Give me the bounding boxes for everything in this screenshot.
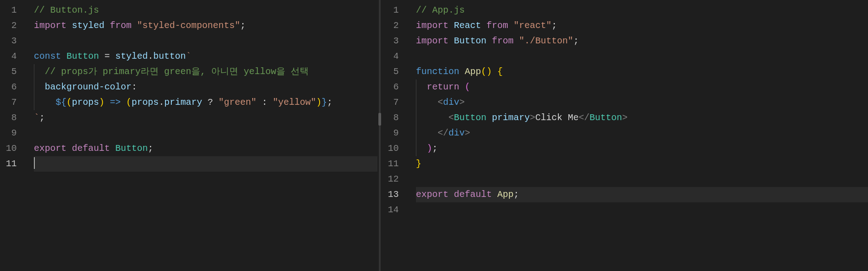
- tok: "styled-components": [137, 20, 240, 31]
- line-number: 6: [0, 79, 25, 95]
- tok: React: [454, 20, 481, 31]
- tok: =: [99, 51, 115, 61]
- line-number: 7: [382, 95, 407, 110]
- line-number: 9: [382, 126, 407, 141]
- code-line[interactable]: // Button.js: [34, 3, 377, 18]
- tok: "yellow": [273, 97, 316, 107]
- tok: [34, 66, 45, 77]
- tok: [416, 97, 438, 107]
- tok: import: [416, 20, 448, 31]
- tok: from: [486, 20, 508, 31]
- code-area-left[interactable]: // Button.js import styled from "styled-…: [25, 0, 377, 271]
- tok: import: [34, 20, 66, 31]
- tok: export: [34, 143, 66, 154]
- tok: ;: [240, 20, 245, 31]
- tok: :: [132, 82, 137, 92]
- tok: function: [416, 66, 459, 77]
- tok: }: [416, 159, 421, 169]
- code-line[interactable]: [34, 126, 377, 141]
- line-number: 4: [0, 49, 25, 64]
- code-line[interactable]: background-color:: [34, 79, 377, 95]
- line-number: 7: [0, 95, 25, 110]
- tok: </: [438, 128, 448, 138]
- tok: [34, 97, 56, 107]
- line-number: 1: [0, 3, 25, 18]
- line-number: 12: [382, 172, 407, 187]
- tok: App: [465, 66, 481, 77]
- editor-split-view: 1 2 3 4 5 6 7 8 9 10 11 // Button.js imp…: [0, 0, 868, 271]
- tok: ): [316, 97, 321, 107]
- comment-text: // App.js: [416, 5, 465, 15]
- tok: </: [579, 112, 590, 123]
- code-line[interactable]: function App() {: [416, 64, 868, 79]
- tok: ${: [56, 97, 66, 107]
- code-line[interactable]: }: [416, 156, 868, 172]
- tok: (): [481, 66, 492, 77]
- tok: Button: [66, 51, 99, 61]
- tok: [34, 82, 45, 92]
- code-line[interactable]: return (: [416, 79, 868, 95]
- tok: ;: [39, 112, 45, 123]
- cursor-icon: [34, 157, 35, 169]
- code-line[interactable]: // App.js: [416, 3, 868, 18]
- tok: (: [459, 82, 470, 92]
- tok: >: [459, 97, 465, 107]
- editor-pane-left[interactable]: 1 2 3 4 5 6 7 8 9 10 11 // Button.js imp…: [0, 0, 377, 271]
- tok: Button: [454, 112, 486, 123]
- code-line[interactable]: [416, 172, 868, 187]
- line-number: 5: [0, 64, 25, 79]
- code-line[interactable]: [416, 49, 868, 64]
- code-area-right[interactable]: // App.js import React from "react"; imp…: [407, 0, 868, 271]
- code-line[interactable]: import React from "react";: [416, 18, 868, 33]
- tok: ): [99, 97, 104, 107]
- code-line[interactable]: [34, 33, 377, 49]
- code-line[interactable]: <Button primary>Click Me</Button>: [416, 110, 868, 126]
- code-line-active[interactable]: export default App;: [416, 187, 868, 202]
- tok: export: [416, 189, 448, 200]
- tok: ?: [202, 97, 218, 107]
- tok: import: [416, 36, 448, 46]
- editor-pane-right[interactable]: 1 2 3 4 5 6 7 8 9 10 11 12 13 14 // App.…: [382, 0, 868, 271]
- line-number: 13: [382, 187, 407, 202]
- code-line[interactable]: const Button = styled.button`: [34, 49, 377, 64]
- tok: const: [34, 51, 61, 61]
- line-number: 11: [0, 156, 25, 172]
- line-number: 9: [0, 126, 25, 141]
- tok: [416, 143, 427, 154]
- tok: primary: [164, 97, 202, 107]
- code-line[interactable]: export default Button;: [34, 141, 377, 156]
- tok: return: [427, 82, 459, 92]
- tok: props: [132, 97, 159, 107]
- line-number: 5: [382, 64, 407, 79]
- tok: :: [256, 97, 273, 107]
- tok: <: [448, 112, 454, 123]
- code-line[interactable]: </div>: [416, 126, 868, 141]
- code-line[interactable]: `;: [34, 110, 377, 126]
- line-number: 3: [0, 33, 25, 49]
- splitter-handle-icon[interactable]: [378, 113, 381, 126]
- code-line[interactable]: [416, 202, 868, 218]
- tok: >: [465, 128, 470, 138]
- code-line[interactable]: <div>: [416, 95, 868, 110]
- line-number: 1: [382, 3, 407, 18]
- line-number: 2: [382, 18, 407, 33]
- tok: default: [72, 143, 110, 154]
- line-number: 8: [0, 110, 25, 126]
- tok: from: [492, 36, 514, 46]
- code-line[interactable]: ${(props) => (props.primary ? "green" : …: [34, 95, 377, 110]
- code-line[interactable]: import styled from "styled-components";: [34, 18, 377, 33]
- tok: `: [34, 112, 39, 123]
- code-line[interactable]: import Button from "./Button";: [416, 33, 868, 49]
- code-line-active[interactable]: [34, 156, 377, 172]
- pane-splitter[interactable]: [377, 0, 382, 271]
- tok: Button: [454, 36, 486, 46]
- tok: }: [321, 97, 327, 107]
- tok: ;: [148, 143, 153, 154]
- tok: ;: [327, 97, 332, 107]
- tok: Click Me: [535, 112, 579, 123]
- code-line[interactable]: // props가 primary라면 green을, 아니면 yellow을 …: [34, 64, 377, 79]
- tok: [416, 128, 438, 138]
- tok: {: [492, 66, 503, 77]
- code-line[interactable]: );: [416, 141, 868, 156]
- line-number: 2: [0, 18, 25, 33]
